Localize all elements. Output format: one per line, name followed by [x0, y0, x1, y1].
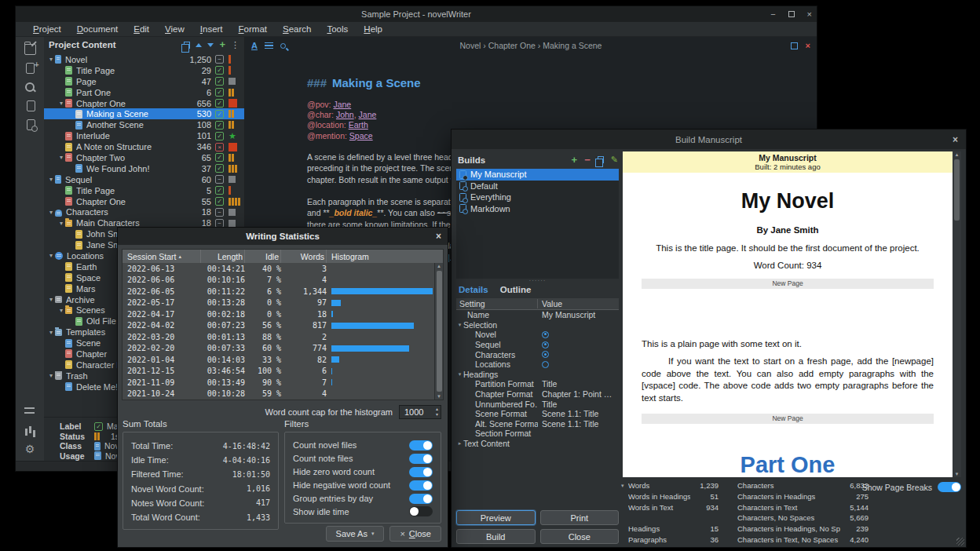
- expander-icon[interactable]: ▾: [47, 372, 55, 379]
- stats-table-row[interactable]: 2022-06-0500:11:226 %1,344: [122, 286, 434, 297]
- stats-titlebar[interactable]: Writing Statistics ×: [118, 228, 448, 245]
- stats-table-row[interactable]: 2022-06-1300:14:2140 %3: [122, 263, 434, 275]
- tree-item[interactable]: ▾Sequel60−: [44, 174, 244, 185]
- meta-tag-link[interactable]: Jane: [359, 110, 377, 119]
- tab-outline[interactable]: Outline: [500, 285, 532, 294]
- stats-table-row[interactable]: 2022-04-0200:07:2356 %817: [122, 320, 434, 332]
- add-build-icon[interactable]: +: [572, 154, 578, 166]
- expander-icon[interactable]: ▾: [47, 296, 55, 303]
- menu-format[interactable]: Format: [231, 24, 275, 34]
- menu-search[interactable]: Search: [275, 24, 319, 34]
- setting-row[interactable]: Locations: [456, 359, 619, 370]
- print-button[interactable]: Print: [540, 510, 620, 525]
- setting-row[interactable]: Unnumbered Fo…Title: [456, 399, 619, 409]
- novel-view-icon[interactable]: [26, 63, 35, 74]
- table-scrollbar[interactable]: ▴ ▾: [434, 263, 443, 400]
- search-icon[interactable]: [24, 82, 36, 93]
- scroll-thumb[interactable]: [437, 271, 442, 392]
- build-list-item[interactable]: Markdown: [456, 203, 619, 215]
- tree-item[interactable]: Interlude101✓★: [44, 130, 244, 141]
- setting-row[interactable]: ▸Text Content: [456, 439, 619, 449]
- tree-item[interactable]: Title Page5✓: [44, 185, 244, 196]
- maximize-icon[interactable]: [788, 11, 795, 17]
- col-words[interactable]: Words: [281, 250, 327, 263]
- minimize-icon[interactable]: −: [770, 9, 775, 19]
- menu-view[interactable]: View: [157, 24, 192, 34]
- meta-tag-link[interactable]: Earth: [349, 120, 368, 130]
- duplicate-icon[interactable]: [184, 42, 190, 49]
- meta-tag-link[interactable]: Jane: [333, 100, 351, 109]
- preview-page[interactable]: My Novel By Jane Smith This is the title…: [623, 173, 953, 477]
- setting-row[interactable]: NameMy Manuscript: [456, 310, 619, 320]
- menu-edit[interactable]: Edit: [126, 24, 157, 34]
- splitter-handle[interactable]: ······: [456, 279, 619, 283]
- duplicate-build-icon[interactable]: [598, 156, 604, 163]
- build-titlebar[interactable]: Build Manuscript ×: [452, 130, 966, 149]
- stats-table-row[interactable]: 2022-05-1700:13:280 %97: [122, 297, 434, 309]
- writing-stats-icon[interactable]: [24, 425, 36, 436]
- project-tree-icon[interactable]: [24, 44, 36, 55]
- expander-icon[interactable]: ▾: [57, 220, 65, 227]
- scroll-down-icon[interactable]: ▾: [437, 393, 441, 400]
- preview-button[interactable]: Preview: [456, 510, 536, 525]
- expander-icon[interactable]: ▾: [57, 100, 65, 107]
- build-list-item[interactable]: Default: [456, 181, 619, 192]
- meta-tag-link[interactable]: John: [336, 110, 354, 119]
- build-button[interactable]: Build: [456, 529, 536, 544]
- save-as-button[interactable]: Save As▾: [326, 526, 385, 542]
- menu-tools[interactable]: Tools: [319, 24, 356, 34]
- show-page-breaks-toggle[interactable]: [938, 482, 961, 492]
- move-down-icon[interactable]: [207, 43, 214, 47]
- tree-item[interactable]: Page47✓: [44, 76, 244, 87]
- expander-icon[interactable]: ▸: [456, 440, 463, 447]
- meta-tag-link[interactable]: Space: [349, 131, 373, 140]
- close-document-icon[interactable]: ×: [806, 41, 810, 50]
- col-histogram[interactable]: Histogram: [327, 250, 434, 263]
- preview-scrollbar[interactable]: ▴ ▾: [953, 151, 961, 477]
- focus-mode-icon[interactable]: [791, 42, 798, 49]
- stats-table-row[interactable]: 2022-06-0600:10:167 %4: [122, 275, 434, 286]
- build-list-item[interactable]: My Manuscript: [456, 169, 619, 181]
- setting-row[interactable]: Novel: [456, 330, 619, 340]
- scroll-up-icon[interactable]: ▴: [956, 151, 959, 158]
- edit-build-icon[interactable]: ✎: [611, 155, 618, 165]
- setting-row[interactable]: ▾Selection: [456, 320, 619, 330]
- build-close-icon[interactable]: ×: [953, 134, 958, 145]
- radio-on-icon[interactable]: [542, 351, 549, 358]
- document-icon[interactable]: [27, 100, 35, 111]
- expander-icon[interactable]: ▾: [47, 329, 55, 336]
- scroll-thumb[interactable]: [954, 159, 960, 221]
- tree-item[interactable]: We Found John!37✓: [44, 163, 244, 174]
- tree-item[interactable]: ▾Chapter One656✓: [44, 98, 244, 109]
- toggle-count-novel-files[interactable]: [409, 440, 433, 451]
- tree-item[interactable]: ▾Chapter Two65✓: [44, 152, 244, 163]
- build-list-item[interactable]: Everything: [456, 192, 619, 203]
- stats-table-row[interactable]: 2022-01-0400:14:0333 %82: [122, 354, 434, 366]
- tree-item[interactable]: Another Scene108✓: [44, 119, 244, 130]
- menu-document[interactable]: Document: [69, 24, 126, 34]
- scroll-up-icon[interactable]: ▴: [437, 263, 441, 269]
- expander-icon[interactable]: ▾: [47, 252, 55, 259]
- close-button[interactable]: Close: [540, 529, 620, 544]
- settings-gear-icon[interactable]: ⚙: [24, 443, 36, 454]
- main-titlebar[interactable]: Sample Project - novelWriter − ×: [16, 6, 817, 22]
- tree-item[interactable]: ▾Characters18−: [44, 206, 244, 217]
- outline-icon[interactable]: [24, 406, 36, 417]
- cap-spinbox[interactable]: 1000 ▴▾: [399, 405, 441, 419]
- menu-help[interactable]: Help: [356, 24, 390, 34]
- close-icon[interactable]: ×: [807, 9, 812, 19]
- tree-item[interactable]: ▾Novel1,250−: [44, 54, 244, 65]
- col-idle[interactable]: Idle: [245, 250, 281, 263]
- col-length[interactable]: Length: [201, 250, 245, 263]
- setting-row[interactable]: ▾Headings: [456, 370, 619, 380]
- setting-row[interactable]: Section Format: [456, 429, 619, 439]
- setting-row[interactable]: Sequel: [456, 340, 619, 350]
- toggle-count-note-files[interactable]: [409, 454, 433, 464]
- expander-icon[interactable]: ▾: [456, 322, 463, 328]
- tree-item[interactable]: Chapter One55✓: [44, 196, 244, 207]
- toggle-show-idle-time[interactable]: [409, 506, 433, 516]
- expander-icon[interactable]: ▾: [456, 371, 463, 378]
- editor-search-icon[interactable]: [280, 43, 286, 49]
- toggle-group-entries-by-day[interactable]: [409, 494, 433, 504]
- stats-close-button[interactable]: ×Close: [389, 526, 441, 542]
